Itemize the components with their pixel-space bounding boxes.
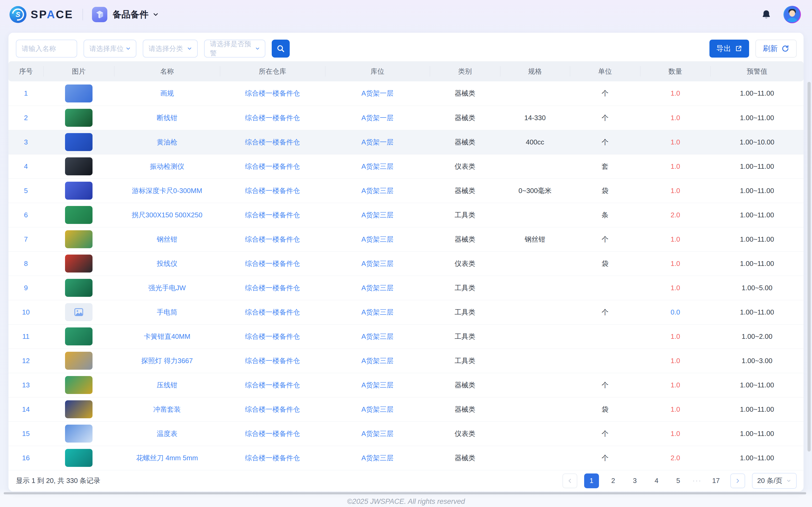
location-link[interactable]: A货架三层 [325, 276, 430, 300]
row-number-link[interactable]: 5 [8, 178, 43, 203]
warehouse-link[interactable]: 综合楼一楼备件仓 [220, 373, 325, 397]
item-name-link[interactable]: 拐尺300X150 500X250 [114, 203, 220, 227]
warehouse-link[interactable]: 综合楼一楼备件仓 [220, 421, 325, 446]
table-row[interactable]: 4 振动检测仪 综合楼一楼备件仓 A货架三层 仪表类 套 1.0 1.00~11… [8, 154, 804, 178]
page-button-17[interactable]: 17 [709, 473, 723, 488]
location-link[interactable]: A货架三层 [325, 251, 430, 276]
table-row[interactable]: 11 卡簧钳直40MM 综合楼一楼备件仓 A货架三层 工具类 1.0 1.00~… [8, 324, 804, 349]
item-name-link[interactable]: 温度表 [114, 421, 220, 446]
warehouse-link[interactable]: 综合楼一楼备件仓 [220, 81, 325, 106]
location-link[interactable]: A货架三层 [325, 446, 430, 470]
warehouse-link[interactable]: 综合楼一楼备件仓 [220, 203, 325, 227]
table-row[interactable]: 12 探照灯 得力3667 综合楼一楼备件仓 A货架三层 工具类 1.0 1.0… [8, 349, 804, 373]
row-number-link[interactable]: 14 [8, 397, 43, 421]
pages-ellipsis[interactable]: ··· [693, 476, 702, 485]
item-thumbnail[interactable] [65, 133, 93, 151]
chevron-down-icon[interactable] [152, 11, 159, 18]
table-row[interactable]: 13 压线钳 综合楼一楼备件仓 A货架三层 器械类 个 1.0 1.00~11.… [8, 373, 804, 397]
table-row[interactable]: 8 投线仪 综合楼一楼备件仓 A货架三层 仪表类 袋 1.0 1.00~11.0… [8, 251, 804, 276]
item-name-link[interactable]: 游标深度卡尺0-300MM [114, 178, 220, 203]
app-title[interactable]: 备品备件 [113, 8, 149, 20]
warehouse-link[interactable]: 综合楼一楼备件仓 [220, 130, 325, 154]
item-name-link[interactable]: 冲凿套装 [114, 397, 220, 421]
warehouse-link[interactable]: 综合楼一楼备件仓 [220, 300, 325, 324]
col-header-spec[interactable]: 规格 [500, 61, 570, 81]
item-thumbnail[interactable] [65, 400, 93, 418]
item-thumbnail[interactable] [65, 255, 93, 273]
location-link[interactable]: A货架一层 [325, 106, 430, 130]
warehouse-link[interactable]: 综合楼一楼备件仓 [220, 276, 325, 300]
location-link[interactable]: A货架三层 [325, 300, 430, 324]
warehouse-link[interactable]: 综合楼一楼备件仓 [220, 349, 325, 373]
item-name-link[interactable]: 投线仪 [114, 251, 220, 276]
col-header-category[interactable]: 类别 [430, 61, 500, 81]
table-row[interactable]: 16 花螺丝刀 4mm 5mm 综合楼一楼备件仓 A货架三层 器械类 个 2.0… [8, 446, 804, 470]
row-number-link[interactable]: 7 [8, 227, 43, 251]
location-link[interactable]: A货架三层 [325, 373, 430, 397]
vertical-scrollbar[interactable] [808, 82, 811, 452]
location-link[interactable]: A货架一层 [325, 130, 430, 154]
item-name-link[interactable]: 强光手电JW [114, 276, 220, 300]
warehouse-link[interactable]: 综合楼一楼备件仓 [220, 154, 325, 178]
location-link[interactable]: A货架三层 [325, 178, 430, 203]
row-number-link[interactable]: 8 [8, 251, 43, 276]
row-number-link[interactable]: 10 [8, 300, 43, 324]
warehouse-link[interactable]: 综合楼一楼备件仓 [220, 251, 325, 276]
row-number-link[interactable]: 15 [8, 421, 43, 446]
location-link[interactable]: A货架三层 [325, 397, 430, 421]
location-link[interactable]: A货架三层 [325, 349, 430, 373]
name-search-input[interactable] [16, 40, 77, 58]
table-row[interactable]: 5 游标深度卡尺0-300MM 综合楼一楼备件仓 A货架三层 器械类 0~300… [8, 178, 804, 203]
location-select[interactable]: 请选择库位 [84, 40, 136, 58]
page-button-5[interactable]: 5 [671, 473, 686, 488]
item-name-link[interactable]: 压线钳 [114, 373, 220, 397]
search-button[interactable] [272, 40, 290, 58]
item-thumbnail[interactable] [65, 449, 93, 467]
col-header-warning[interactable]: 预警值 [711, 61, 804, 81]
user-avatar[interactable] [783, 6, 801, 23]
table-row[interactable]: 10 手电筒 综合楼一楼备件仓 A货架三层 工具类 个 0.0 1.00~11.… [8, 300, 804, 324]
notification-bell-icon[interactable] [761, 9, 772, 20]
item-name-link[interactable]: 振动检测仪 [114, 154, 220, 178]
row-number-link[interactable]: 9 [8, 276, 43, 300]
table-row[interactable]: 15 温度表 综合楼一楼备件仓 A货架三层 仪表类 个 1.0 1.00~11.… [8, 421, 804, 446]
col-header-location[interactable]: 库位 [325, 61, 430, 81]
table-row[interactable]: 3 黄油枪 综合楼一楼备件仓 A货架一层 器械类 400cc 个 1.0 1.0… [8, 130, 804, 154]
location-link[interactable]: A货架三层 [325, 154, 430, 178]
item-thumbnail[interactable] [65, 352, 93, 370]
location-link[interactable]: A货架一层 [325, 81, 430, 106]
warehouse-link[interactable]: 综合楼一楼备件仓 [220, 446, 325, 470]
location-link[interactable]: A货架三层 [325, 324, 430, 349]
col-header-no[interactable]: 序号 [8, 61, 43, 81]
item-thumbnail[interactable] [65, 230, 93, 248]
item-thumbnail[interactable] [65, 157, 93, 175]
warehouse-link[interactable]: 综合楼一楼备件仓 [220, 324, 325, 349]
item-thumbnail[interactable] [65, 206, 93, 224]
table-row[interactable]: 6 拐尺300X150 500X250 综合楼一楼备件仓 A货架三层 工具类 条… [8, 203, 804, 227]
row-number-link[interactable]: 11 [8, 324, 43, 349]
location-link[interactable]: A货架三层 [325, 421, 430, 446]
warehouse-link[interactable]: 综合楼一楼备件仓 [220, 227, 325, 251]
warning-select[interactable]: 请选择是否预警 [204, 40, 265, 58]
item-thumbnail[interactable] [65, 425, 93, 443]
table-row[interactable]: 2 断线钳 综合楼一楼备件仓 A货架一层 器械类 14-330 个 1.0 1.… [8, 106, 804, 130]
prev-page-button[interactable] [562, 473, 577, 488]
location-link[interactable]: A货架三层 [325, 227, 430, 251]
col-header-unit[interactable]: 单位 [570, 61, 640, 81]
table-row[interactable]: 7 钢丝钳 综合楼一楼备件仓 A货架三层 器械类 钢丝钳 个 1.0 1.00~… [8, 227, 804, 251]
page-button-2[interactable]: 2 [606, 473, 621, 488]
row-number-link[interactable]: 1 [8, 81, 43, 106]
page-button-4[interactable]: 4 [649, 473, 664, 488]
item-name-link[interactable]: 断线钳 [114, 106, 220, 130]
item-thumbnail[interactable] [65, 327, 93, 345]
row-number-link[interactable]: 12 [8, 349, 43, 373]
horizontal-scrollbar[interactable] [4, 492, 806, 494]
item-thumbnail[interactable] [65, 182, 93, 200]
row-number-link[interactable]: 3 [8, 130, 43, 154]
col-header-name[interactable]: 名称 [114, 61, 220, 81]
warehouse-link[interactable]: 综合楼一楼备件仓 [220, 397, 325, 421]
item-name-link[interactable]: 画规 [114, 81, 220, 106]
item-thumbnail[interactable] [65, 84, 93, 103]
item-name-link[interactable]: 卡簧钳直40MM [114, 324, 220, 349]
item-thumbnail[interactable] [65, 376, 93, 394]
